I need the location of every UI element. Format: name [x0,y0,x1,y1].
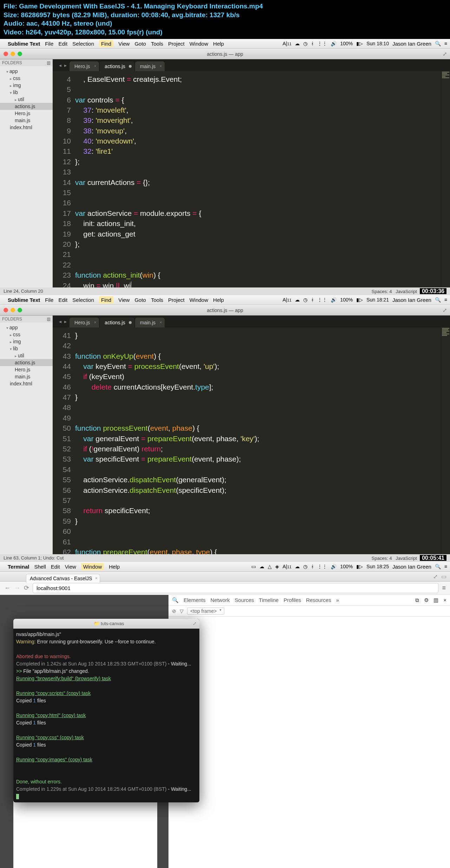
tab-close-icon[interactable]: × [94,320,96,324]
menu-find[interactable]: Find [99,40,113,47]
minimap[interactable] [441,327,450,554]
cloud-icon[interactable]: ☁ [259,564,264,569]
tab-nav-left-icon[interactable]: ◂ [59,62,61,68]
battery-icon[interactable]: ▮▷ [356,564,363,569]
menu-goto[interactable]: Goto [134,41,146,47]
menu-view[interactable]: View [118,41,130,47]
menu-selection[interactable]: Selection [72,297,94,303]
dt-profiles[interactable]: Profiles [284,597,301,603]
menu-window[interactable]: Window [81,563,104,570]
sidebar-item-img[interactable]: img [0,338,53,345]
back-button[interactable]: ← [4,584,11,592]
tab-actions[interactable]: actions.js [100,61,134,71]
minimize-icon[interactable] [11,308,15,312]
volume-icon[interactable]: 🔊 [331,564,337,569]
wifi-icon[interactable]: ⋮⋮ [317,297,327,303]
syntax[interactable]: JavaScript [396,289,417,294]
dt-elements[interactable]: Elements [184,597,206,603]
menu-edit[interactable]: Edit [58,297,67,303]
tab-nav-right-icon[interactable]: ▸ [64,62,67,68]
drive-icon[interactable]: △ [268,564,272,569]
sidebar-item-index-html[interactable]: index.html [0,380,53,387]
sidebar-item-main-js[interactable]: main.js [0,117,53,124]
menu-project[interactable]: Project [168,41,185,47]
devtools-console-icon[interactable]: ⧉ [415,597,419,603]
bluetooth-icon[interactable]: ᚼ [311,297,314,303]
tab-main[interactable]: main.js× [135,318,165,327]
menu-project[interactable]: Project [168,297,185,303]
sidebar-item-lib[interactable]: lib [0,345,53,352]
timer-icon[interactable]: ◷ [303,41,307,46]
indent[interactable]: Spaces: 4 [372,556,392,561]
sidebar-item-img[interactable]: img [0,82,53,89]
tab-close-icon[interactable]: × [94,64,96,68]
sidebar-item-Hero-js[interactable]: Hero.js [0,366,53,373]
spotlight-icon[interactable]: 🔍 [435,297,441,303]
volume-icon[interactable]: 🔊 [331,41,337,46]
menu-file[interactable]: File [45,41,53,47]
battery-text[interactable]: 100% [340,297,353,303]
menu-view[interactable]: View [65,564,76,570]
syntax[interactable]: JavaScript [396,556,417,561]
clock[interactable]: Sun 18:25 [366,564,389,569]
menu-tools[interactable]: Tools [151,297,163,303]
tab-nav-right-icon[interactable]: ▸ [64,319,67,324]
app-name[interactable]: Sublime Text [8,297,40,303]
sidebar-item-Hero-js[interactable]: Hero.js [0,110,53,117]
battery-text[interactable]: 100% [340,41,353,46]
devtools-search-icon[interactable]: 🔍 [172,597,179,603]
devtools-dock-icon[interactable]: ▥ [434,597,438,603]
sidebar-item-index-html[interactable]: index.html [0,124,53,131]
menu-help[interactable]: Help [213,41,224,47]
dt-resources[interactable]: Resources [306,597,331,603]
menu-goto[interactable]: Goto [134,297,146,303]
bluetooth-icon[interactable]: ᚼ [311,564,314,569]
user-name[interactable]: Jason Ian Green [392,297,431,303]
clear-console-icon[interactable]: ⊘ [172,608,176,614]
sidebar-item-actions-js[interactable]: actions.js [0,103,53,110]
adobe-icon[interactable]: A|11 [283,564,291,569]
sidebar-item-lib[interactable]: lib [0,89,53,96]
menu-find[interactable]: Find [99,296,113,304]
tab-hero[interactable]: Hero.js× [70,318,99,327]
dt-timeline[interactable]: Timeline [259,597,279,603]
minimap[interactable] [441,71,450,287]
app-name[interactable]: Terminal [8,564,29,570]
volume-icon[interactable]: 🔊 [331,297,337,303]
menu-file[interactable]: File [45,297,53,303]
sidebar-item-css[interactable]: css [0,331,53,338]
console-prompt[interactable]: > [168,617,450,627]
sidebar-item-app[interactable]: app [0,68,53,75]
clock[interactable]: Sun 18:21 [366,297,389,303]
battery-text[interactable]: 100% [340,564,353,569]
close-icon[interactable] [4,52,8,56]
spotlight-icon[interactable]: 🔍 [435,41,441,46]
tab-actions[interactable]: actions.js [100,318,134,327]
url-input[interactable]: localhost:9001 [33,583,438,593]
frame-select[interactable]: <top frame> [187,608,224,615]
cloud-icon[interactable]: ☁ [295,297,300,303]
tab-close-icon[interactable]: × [160,320,162,324]
menu-window[interactable]: Window [190,297,208,303]
devtools-settings-icon[interactable]: ⚙ [424,597,429,603]
sidebar-icon[interactable]: ▥ [47,60,51,65]
sidebar-item-actions-js[interactable]: actions.js [0,359,53,366]
notifications-icon[interactable]: ≡ [444,564,447,569]
spotlight-icon[interactable]: 🔍 [435,564,441,569]
menu-help[interactable]: Help [109,564,120,570]
menu-window[interactable]: Window [190,41,208,47]
battery-icon[interactable]: ▮▷ [356,41,363,46]
dropbox-icon[interactable]: ◈ [275,564,279,569]
close-icon[interactable] [4,308,8,312]
expand-icon[interactable]: ⤢ [433,573,438,580]
app-name[interactable]: Sublime Text [8,41,40,47]
expand-icon[interactable]: ⤢ [193,621,197,626]
notifications-icon[interactable]: ≡ [444,297,447,303]
devtools-close-icon[interactable]: × [443,597,446,603]
expand-icon[interactable]: ⤢ [443,307,447,313]
dt-sources[interactable]: Sources [235,597,254,603]
dt-network[interactable]: Network [211,597,230,603]
bluetooth-icon[interactable]: ᚼ [311,41,314,46]
user-name[interactable]: Jason Ian Green [392,564,431,570]
menu-shell[interactable]: Shell [34,564,46,570]
